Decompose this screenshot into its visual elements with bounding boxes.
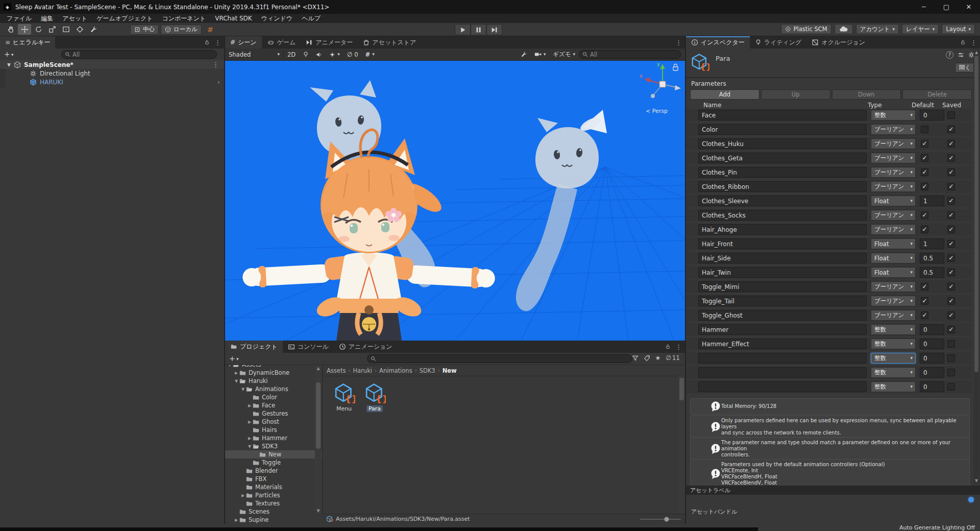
tree-folder-materials[interactable]: Materials (225, 483, 322, 491)
tree-folder-blender[interactable]: Blender (225, 467, 322, 475)
help-icon[interactable]: ? (946, 51, 953, 59)
parameter-saved-checkbox[interactable] (947, 168, 955, 176)
parameter-default-checkbox[interactable] (921, 283, 928, 291)
rect-tool-button[interactable] (59, 24, 72, 35)
parameter-default-checkbox[interactable] (921, 183, 928, 190)
shading-dropdown[interactable]: Shaded▾ (225, 49, 283, 60)
tree-folder-ghost[interactable]: ▶Ghost (225, 418, 322, 426)
parameter-default-checkbox[interactable] (921, 297, 928, 305)
open-asset-button[interactable]: 開く (955, 63, 975, 73)
parameter-saved-checkbox[interactable] (947, 326, 955, 333)
breadcrumb-item-sdk3[interactable]: SDK3 (420, 367, 435, 374)
parameter-saved-checkbox[interactable] (947, 240, 955, 248)
tree-folder-gestures[interactable]: Gestures (225, 409, 322, 418)
scene-effects-dropdown[interactable]: ▾ (326, 49, 344, 60)
foldout-arrow-icon[interactable]: ▼ (7, 62, 11, 67)
parameter-saved-checkbox[interactable] (947, 297, 955, 305)
parameter-name-field[interactable] (698, 381, 867, 392)
parameter-saved-checkbox[interactable] (947, 340, 955, 348)
scene-audio-toggle[interactable] (312, 49, 326, 60)
parameter-type-dropdown[interactable]: ブーリアン▾ (871, 224, 916, 235)
panel-menu-icon[interactable]: ⋮ (214, 39, 221, 46)
parameter-saved-checkbox[interactable] (947, 211, 955, 219)
custom-tools-button[interactable] (87, 24, 100, 35)
parameter-type-dropdown[interactable]: ブーリアン▾ (871, 310, 916, 321)
parameter-type-dropdown[interactable]: 整数▾ (871, 339, 916, 349)
parameter-name-field[interactable]: Face (698, 110, 867, 120)
create-caret-icon[interactable]: ▾ (11, 53, 14, 57)
tree-folder-particles[interactable]: ▶Particles (225, 491, 322, 499)
scale-tool-button[interactable] (45, 24, 59, 35)
parameter-type-dropdown[interactable]: Float▾ (871, 267, 916, 278)
2d-toggle[interactable]: 2D (284, 49, 299, 60)
parameter-type-dropdown[interactable]: 整数▾ (871, 324, 916, 335)
parameter-name-field[interactable] (698, 353, 867, 364)
transform-tool-button[interactable] (73, 24, 86, 35)
gizmos-dropdown[interactable]: ギズモ▾ (549, 49, 579, 60)
parameter-type-dropdown[interactable]: ブーリアン▾ (871, 138, 916, 149)
foldout-closed-icon[interactable]: ▶ (240, 493, 246, 498)
tree-folder-textures[interactable]: Textures (225, 499, 322, 508)
menu-VRChat SDK[interactable]: VRChat SDK (210, 14, 257, 23)
foldout-closed-icon[interactable]: ▶ (234, 371, 239, 375)
scene-visibility-toggle[interactable]: ∅0 (344, 49, 362, 60)
menu-ヘルプ[interactable]: ヘルプ (297, 14, 325, 23)
inspector-scrollbar[interactable]: ▲ ▼ (973, 50, 979, 484)
project-tab-プロジェクト[interactable]: プロジェクト (225, 341, 283, 353)
foldout-open-icon[interactable]: ▼ (247, 444, 252, 449)
lock-icon[interactable] (960, 39, 966, 45)
tree-folder-fbx[interactable]: FBX (225, 475, 322, 483)
panel-menu-icon[interactable]: ⋮ (970, 39, 977, 46)
tree-folder-dynamicbone[interactable]: ▶DynamicBone (225, 369, 322, 377)
parameter-saved-checkbox[interactable] (947, 111, 955, 119)
parameter-type-dropdown[interactable]: ブーリアン▾ (871, 124, 916, 135)
parameter-default-field[interactable]: 0 (920, 367, 944, 378)
tree-folder-scenes[interactable]: Scenes (225, 508, 322, 516)
parameter-saved-checkbox[interactable] (947, 154, 955, 162)
add-parameter-button[interactable]: Add (690, 89, 760, 100)
tree-folder-sdk3[interactable]: ▼SDK3 (225, 442, 322, 450)
inspector-tab-ライティング[interactable]: ライティング (750, 36, 807, 49)
scene-tools-button[interactable] (517, 49, 531, 60)
panel-menu-icon[interactable]: ⋮ (675, 343, 682, 351)
pivot-local-button[interactable]: ローカル (161, 25, 202, 35)
foldout-closed-icon[interactable]: ▶ (247, 403, 252, 408)
move-tool-button[interactable] (18, 24, 31, 35)
breadcrumb-item-new[interactable]: New (443, 367, 457, 374)
parameter-saved-checkbox[interactable] (947, 126, 955, 133)
tree-folder-color[interactable]: Color (225, 393, 322, 401)
parameter-saved-checkbox[interactable] (947, 311, 955, 319)
menu-編集[interactable]: 編集 (36, 14, 58, 23)
parameter-name-field[interactable]: Clothes_Pin (698, 167, 867, 178)
menu-アセット[interactable]: アセット (58, 14, 92, 23)
project-search-input[interactable] (367, 354, 632, 363)
parameter-saved-checkbox[interactable] (947, 369, 955, 376)
grid-snap-button[interactable]: # (204, 24, 217, 35)
parameter-name-field[interactable]: Toggle_Mimi (698, 281, 867, 292)
parameter-default-field[interactable]: 1 (920, 196, 944, 206)
layout-dropdown[interactable]: Layout▾ (942, 24, 975, 34)
parameter-name-field[interactable]: Hammer_Effect (698, 339, 867, 349)
parameter-saved-checkbox[interactable] (947, 354, 955, 362)
parameter-type-dropdown[interactable]: ブーリアン▾ (871, 153, 916, 163)
parameter-saved-checkbox[interactable] (947, 226, 955, 233)
scene-row[interactable]: ▼ SampleScene* ⋮ (0, 60, 224, 69)
parameter-name-field[interactable]: Toggle_Ghost (698, 310, 867, 321)
tree-folder-supine[interactable]: ▶Supine (225, 516, 322, 524)
scene-camera-dropdown[interactable]: ▾ (531, 49, 550, 60)
menu-ゲームオブジェクト[interactable]: ゲームオブジェクト (92, 14, 157, 23)
asset-label-picker-icon[interactable] (968, 497, 974, 502)
parameter-default-checkbox[interactable] (921, 226, 928, 233)
parameter-default-checkbox[interactable] (921, 126, 928, 133)
parameter-type-dropdown[interactable]: 整数▾ (871, 367, 916, 378)
parameter-name-field[interactable]: Hair_Front (698, 238, 867, 249)
scene-search-input[interactable]: All (579, 50, 681, 59)
tree-folder-toggle[interactable]: Toggle (225, 458, 322, 467)
parameter-type-dropdown[interactable]: Float▾ (871, 238, 916, 249)
parameter-default-field[interactable]: 0 (920, 353, 944, 364)
parameter-type-dropdown[interactable]: ブーリアン▾ (871, 210, 916, 221)
delete-button[interactable]: Delete (902, 89, 972, 100)
parameter-type-dropdown[interactable]: ブーリアン▾ (871, 181, 916, 192)
parameter-saved-checkbox[interactable] (947, 197, 955, 205)
zoom-slider[interactable] (640, 516, 681, 522)
